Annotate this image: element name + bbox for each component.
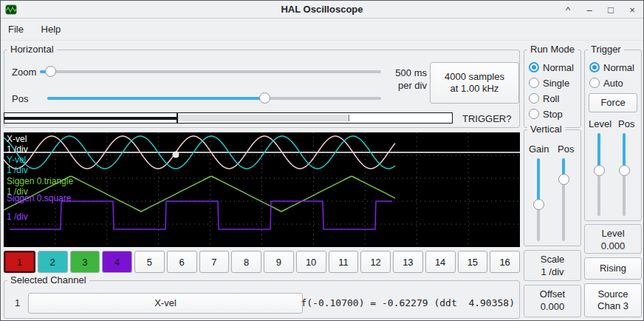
runmode-radio-normal[interactable]: Normal <box>529 61 574 74</box>
trigger-radio-normal[interactable]: Normal <box>589 61 634 74</box>
channel-button-2[interactable]: 2 <box>38 251 68 273</box>
slider-track <box>40 70 381 73</box>
channel-button-8[interactable]: 8 <box>231 251 261 273</box>
selected-channel-name-button[interactable]: X-vel <box>28 293 303 314</box>
trigger-level-label: Level <box>589 118 612 129</box>
radio-icon <box>529 62 539 72</box>
radio-label: Normal <box>603 62 634 73</box>
radio-icon <box>529 78 539 88</box>
vertical-group: Vertical Gain Pos <box>524 129 581 246</box>
channel-button-11[interactable]: 11 <box>329 251 359 273</box>
channel-button-15[interactable]: 15 <box>458 251 488 273</box>
scope-label-7: 1 /div <box>7 212 28 222</box>
radio-label: Roll <box>543 93 559 104</box>
channel-button-1[interactable]: 1 <box>4 251 35 273</box>
vertical-gain-label: Gain <box>529 143 549 155</box>
trigger-radio-auto[interactable]: Auto <box>589 76 623 89</box>
channel-button-7[interactable]: 7 <box>199 251 230 273</box>
selected-channel-readout: f(-0.10700) = -0.62279 (ddt 4.90358) <box>301 297 515 308</box>
maximize-button[interactable]: □ <box>606 4 616 16</box>
trigger-source-button[interactable]: Source Chan 3 <box>584 283 642 317</box>
run-mode-title: Run Mode <box>527 44 578 55</box>
channel-button-9[interactable]: 9 <box>264 251 294 273</box>
radio-label: Stop <box>543 109 563 120</box>
trigger-pos-label: Pos <box>618 118 634 129</box>
samples-button[interactable]: 4000 samples at 1.00 kHz <box>430 62 519 104</box>
titlebar: HAL Oscilloscope ^ – □ × <box>1 1 643 18</box>
runmode-radio-stop[interactable]: Stop <box>529 107 563 121</box>
record-visible-segment <box>178 115 349 121</box>
trigger-pos-slider[interactable] <box>618 133 631 216</box>
channel-button-14[interactable]: 14 <box>425 251 456 273</box>
time-per-div-unit: per div <box>380 79 427 92</box>
trigger-edge-button[interactable]: Rising <box>584 257 642 280</box>
window-controls: ^ – □ × <box>563 1 637 18</box>
runmode-radio-roll[interactable]: Roll <box>529 92 559 105</box>
samples-line1: 4000 samples <box>445 71 504 83</box>
source-line1: Source <box>597 288 628 300</box>
channel-button-16[interactable]: 16 <box>490 251 520 273</box>
horizontal-group: Horizontal Zoom 500 ms per div 4000 samp… <box>4 50 520 128</box>
slider-handle[interactable] <box>533 199 544 210</box>
channel-button-6[interactable]: 6 <box>167 251 197 273</box>
trigger-level-readout: Level 0.000 <box>584 224 642 254</box>
vertical-pos-label: Pos <box>558 143 574 155</box>
zoom-label: Zoom <box>12 67 36 78</box>
channel-button-12[interactable]: 12 <box>360 251 391 273</box>
radio-label: Single <box>543 78 569 89</box>
channel-button-13[interactable]: 13 <box>393 251 423 273</box>
window-title: HAL Oscilloscope <box>1 4 643 15</box>
time-per-div-value: 500 ms <box>380 67 427 79</box>
run-mode-group: Run Mode Normal Single Roll Stop <box>524 50 581 128</box>
radio-label: Normal <box>543 62 574 73</box>
selected-channel-title: Selected Channel <box>7 274 89 285</box>
menu-bar: File Help <box>1 18 643 41</box>
scale-label: Scale <box>524 253 580 266</box>
offset-readout: Offset 0.000 <box>524 285 581 317</box>
menu-help[interactable]: Help <box>34 18 69 39</box>
offset-label: Offset <box>524 288 580 300</box>
vertical-pos-slider[interactable] <box>558 158 570 241</box>
horizontal-group-title: Horizontal <box>7 44 57 55</box>
trigger-status-label: TRIGGER? <box>462 113 511 124</box>
vertical-gain-slider[interactable] <box>532 158 545 241</box>
edge-label: Rising <box>600 263 626 274</box>
scope-label-0: X-vel <box>7 135 27 144</box>
radio-icon <box>589 78 600 88</box>
level-readout-value: 0.000 <box>585 240 641 252</box>
app-window: HAL Oscilloscope ^ – □ × File Help Horiz… <box>0 0 644 321</box>
channel-button-5[interactable]: 5 <box>134 251 165 273</box>
zoom-slider[interactable] <box>40 65 381 78</box>
source-line2: Chan 3 <box>597 300 628 312</box>
channel-button-3[interactable]: 3 <box>70 251 100 273</box>
menu-file[interactable]: File <box>1 18 31 39</box>
radio-icon <box>529 93 539 104</box>
scale-value: 1 /div <box>524 266 580 278</box>
channel-button-10[interactable]: 10 <box>296 251 326 273</box>
slider-handle[interactable] <box>45 66 56 77</box>
channel-button-4[interactable]: 4 <box>102 251 132 273</box>
selected-channel-group: Selected Channel 1 X-vel f(-0.10700) = -… <box>4 280 520 319</box>
horizontal-pos-slider[interactable] <box>47 92 381 104</box>
vertical-title: Vertical <box>527 124 565 135</box>
record-position-bar <box>4 112 453 124</box>
close-button[interactable]: × <box>627 4 637 16</box>
slider-handle[interactable] <box>594 165 605 176</box>
scope-display: X-vel1 /divY-vel1 /divSiggen 0.triangle1… <box>4 132 520 247</box>
radio-icon <box>589 62 600 72</box>
slider-handle[interactable] <box>619 165 630 176</box>
trigger-level-slider[interactable] <box>593 133 606 216</box>
shade-button[interactable]: ^ <box>563 4 573 16</box>
minimize-button[interactable]: – <box>584 4 595 16</box>
force-label: Force <box>600 97 625 109</box>
radio-label: Auto <box>603 78 623 89</box>
trigger-group: Trigger Normal Auto Force Level Pos <box>584 50 642 221</box>
slider-handle[interactable] <box>259 92 270 104</box>
level-readout-label: Level <box>585 227 641 240</box>
force-button[interactable]: Force <box>589 93 637 112</box>
samples-line2: at 1.00 kHz <box>451 83 499 95</box>
record-offscreen-segment <box>4 117 177 120</box>
runmode-radio-single[interactable]: Single <box>529 76 569 89</box>
horizontal-pos-label: Pos <box>12 93 28 104</box>
slider-handle[interactable] <box>558 174 569 185</box>
